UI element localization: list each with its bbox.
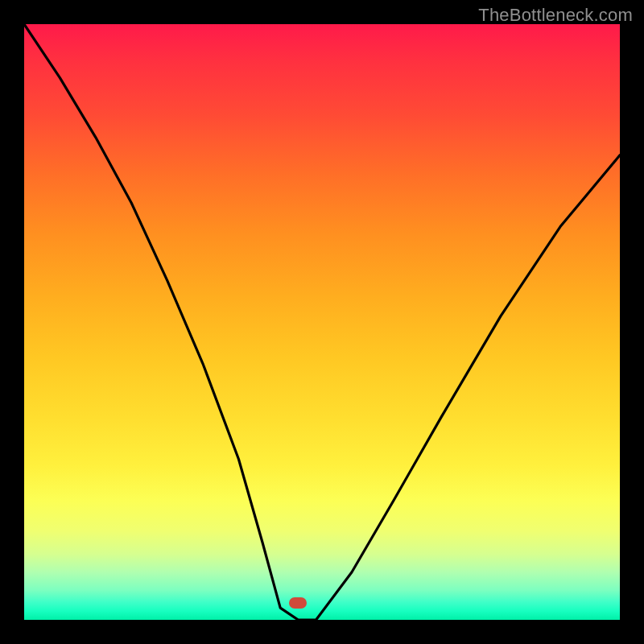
watermark-text: TheBottleneck.com bbox=[478, 5, 633, 26]
optimum-marker bbox=[289, 597, 307, 609]
chart-frame: TheBottleneck.com bbox=[0, 0, 644, 644]
plot-area bbox=[24, 24, 620, 620]
bottleneck-curve bbox=[24, 24, 620, 620]
